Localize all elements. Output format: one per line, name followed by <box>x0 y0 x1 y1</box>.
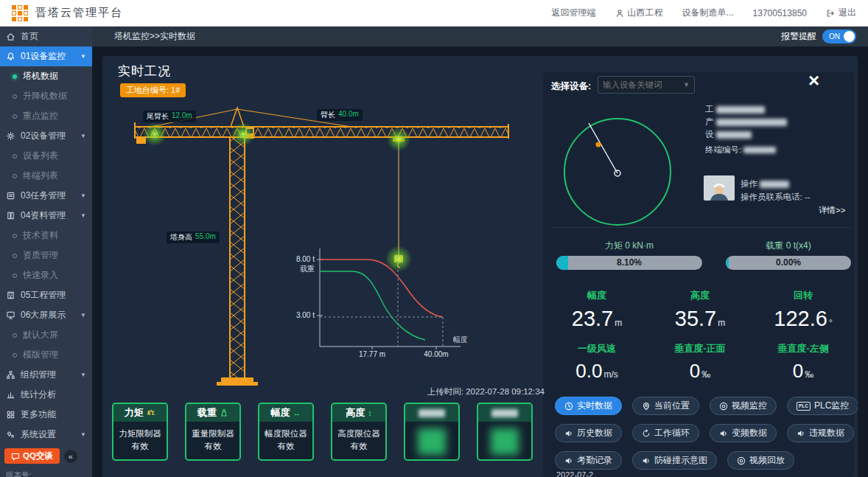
sidebar-item-device-monitor[interactable]: 01设备监控 ▼ <box>0 46 92 66</box>
sidebar-subitem-template-manage[interactable]: 模版管理 <box>0 345 92 365</box>
sidebar-item-stats-analysis[interactable]: 统计分析 <box>0 385 92 405</box>
bullet-icon <box>13 94 17 99</box>
sidebar: 首页 01设备监控 ▼ 塔机数据 升降机数据 重点监控 02设备管理 ▼ 设备列… <box>0 27 92 477</box>
sidebar-subitem-qualification[interactable]: 资质管理 <box>0 246 92 265</box>
violation-data-button[interactable]: 违规数据 <box>787 424 854 442</box>
vertical-arrows-icon: ↕ <box>368 408 372 417</box>
bullet-icon <box>13 234 17 238</box>
sidebar-item-screen-display[interactable]: 06大屏展示 ▼ <box>0 305 92 325</box>
moment-limiter-box: 力矩 力矩限制器有效 <box>112 403 168 461</box>
sidebar-subitem-tower-data[interactable]: 塔机数据 <box>0 66 92 86</box>
sidebar-subitem-terminal-list[interactable]: 终端列表 <box>0 166 92 186</box>
sidebar-item-device-manage[interactable]: 02设备管理 ▼ <box>0 126 92 146</box>
crane-illustration: 8.00 t 载重 3.00 t 17.77 m 40.00m 幅度 <box>108 97 550 392</box>
chart-y-axis-label: 载重 <box>300 265 315 273</box>
monitor-icon <box>6 310 15 320</box>
detail-link[interactable]: 详情>> <box>819 205 845 216</box>
redacted-text <box>419 409 445 417</box>
action-row-3: 考勤记录 防碰撞示意图 视频回放 <box>555 451 794 470</box>
sidebar-item-more-functions[interactable]: 更多功能 <box>0 405 92 425</box>
sidebar-subitem-default-screen[interactable]: 默认大屏 <box>0 325 92 345</box>
device-search-input[interactable] <box>603 80 680 89</box>
redacted-limiter-box <box>404 403 460 461</box>
sidebar-collapse-button[interactable]: « <box>64 450 77 463</box>
chevron-down-icon: ▼ <box>80 53 86 60</box>
alarm-reminder-label: 报警提醒 <box>781 30 816 43</box>
bullet-icon <box>13 154 17 159</box>
moment-bar-label: 力矩 0 kN·m <box>556 240 702 252</box>
terminal-number-label: 终端编号: <box>705 145 741 154</box>
work-cycle-button[interactable]: 工作循环 <box>632 424 699 442</box>
project-menu[interactable]: 山西工程 <box>615 7 663 19</box>
action-row-2: 历史数据 工作循环 变频数据 违规数据 <box>555 424 854 442</box>
realtime-data-button[interactable]: 实时数据 <box>555 397 622 415</box>
chevron-down-icon: ▼ <box>80 133 86 139</box>
sidebar-item-project-manage[interactable]: 05工程管理 <box>0 285 92 305</box>
current-location-button[interactable]: 当前位置 <box>632 397 699 415</box>
phone-number: 13700513850 <box>753 8 807 18</box>
moment-bar-group: 力矩 0 kN·m 8.10% <box>556 240 702 270</box>
operator-photo <box>704 175 735 201</box>
speaker-icon <box>797 429 805 438</box>
select-device-label: 选择设备: <box>551 80 591 93</box>
chevron-down-icon: ▼ <box>80 312 86 318</box>
video-playback-button[interactable]: 视频回放 <box>727 451 794 470</box>
metric-slewing: 回转 122.6° <box>752 289 855 331</box>
redacted-limiter-box <box>477 403 533 461</box>
redacted-text <box>716 119 787 126</box>
sidebar-item-doc-manage[interactable]: 04资料管理 ▼ <box>0 206 92 226</box>
breadcrumb-bar: 塔机监控>>实时数据 报警提醒 ON <box>92 27 868 46</box>
qq-chat-button[interactable]: QQ交谈 <box>4 448 60 464</box>
sidebar-subitem-device-list[interactable]: 设备列表 <box>0 146 92 166</box>
limiter-status-row: 力矩 力矩限制器有效 载重 重量限制器有效 幅度↔ 幅度限位器有效 高度↕ 高度… <box>112 403 533 461</box>
frequency-data-button[interactable]: 变频数据 <box>710 424 777 442</box>
sidebar-item-home[interactable]: 首页 <box>0 27 92 46</box>
metric-height: 高度 35.7m <box>648 289 752 331</box>
arm-length-tag: 臂长40.0m <box>317 109 363 121</box>
operator-phone-label: 操作员联系电话: -- <box>741 190 811 203</box>
sidebar-subitem-key-monitor[interactable]: 重点监控 <box>0 106 92 126</box>
speaker-icon <box>564 456 573 465</box>
app-title: 晋塔云管理平台 <box>35 6 123 20</box>
moment-progress-bar: 8.10% <box>556 256 702 270</box>
bullet-icon <box>13 174 17 178</box>
bullet-icon <box>13 353 17 358</box>
metric-verticality-left: 垂直度-左侧 0‰ <box>752 342 855 383</box>
sidebar-subitem-tech-docs[interactable]: 技术资料 <box>0 226 92 246</box>
close-icon[interactable]: × <box>808 71 819 90</box>
bullet-icon <box>13 274 17 278</box>
operator-label: 操作 <box>741 179 757 188</box>
user-icon <box>615 9 624 18</box>
upload-time-label: 上传时间: 2022-07-28 09:12:34 <box>390 386 545 397</box>
sidebar-item-org-manage[interactable]: 组织管理 ▼ <box>0 365 92 385</box>
weight-icon <box>220 408 228 417</box>
chart-y-tick-3t: 3.00 t <box>296 311 315 319</box>
logout-button[interactable]: 退出 <box>826 7 856 19</box>
sidebar-subitem-lift-data[interactable]: 升降机数据 <box>0 86 92 106</box>
content-area: 实时工况 工地自编号: 1# <box>92 46 868 477</box>
camera-icon <box>737 456 746 465</box>
plc-icon: PLC <box>797 402 811 411</box>
operator-avatar-icon <box>707 178 732 201</box>
sidebar-item-system-settings[interactable]: 系统设置 ▼ <box>0 425 92 445</box>
metrics-row-1: 幅度 23.7m 高度 35.7m 回转 122.6° <box>545 289 855 331</box>
manufacturer-menu[interactable]: 设备制造单... <box>682 7 734 19</box>
sidebar-subitem-quick-entry[interactable]: 快速录入 <box>0 265 92 285</box>
plc-monitor-button[interactable]: PLC PLC监控 <box>787 397 858 415</box>
horizontal-arrows-icon: ↔ <box>293 408 301 417</box>
breadcrumb: 塔机监控>>实时数据 <box>114 30 195 43</box>
metric-range: 幅度 23.7m <box>545 289 648 331</box>
bell-icon <box>6 52 15 61</box>
back-to-admin-link[interactable]: 返回管理端 <box>552 7 596 19</box>
sidebar-item-task-manage[interactable]: 03任务管理 ▼ <box>0 186 92 206</box>
history-data-button[interactable]: 历史数据 <box>555 424 622 442</box>
attendance-record-button[interactable]: 考勤记录 <box>555 451 622 470</box>
video-monitor-button[interactable]: 视频监控 <box>710 397 777 415</box>
camera-icon <box>719 402 728 411</box>
toggle-knob-icon <box>844 31 855 42</box>
anti-collision-diagram-button[interactable]: 防碰撞示意图 <box>632 451 717 470</box>
bar-chart-icon <box>6 390 15 400</box>
alarm-toggle[interactable]: ON <box>822 29 856 43</box>
device-select[interactable]: ▼ <box>598 76 695 94</box>
range-limiter-box: 幅度↔ 幅度限位器有效 <box>258 403 314 461</box>
